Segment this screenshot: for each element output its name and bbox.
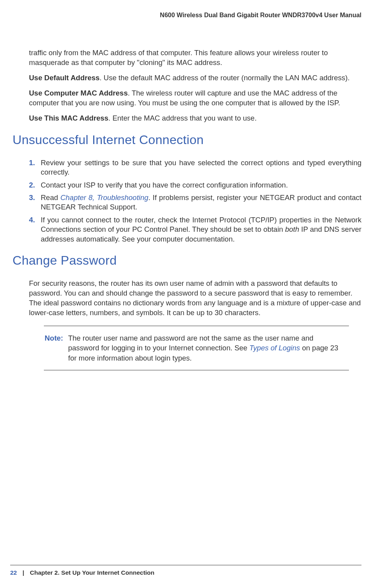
- chapter-link[interactable]: Chapter 8, Troubleshooting: [60, 193, 148, 202]
- italic-word: both: [285, 225, 299, 233]
- page-number: 22: [10, 569, 17, 576]
- list-text: Contact your ISP to verify that you have…: [41, 181, 288, 189]
- list-item: Contact your ISP to verify that you have…: [29, 180, 361, 190]
- heading-unsuccessful-connection: Unsuccessful Internet Connection: [13, 133, 361, 147]
- list-item: Read Chapter 8, Troubleshooting. If prob…: [29, 193, 361, 212]
- types-of-logins-link[interactable]: Types of Logins: [249, 344, 300, 352]
- list-text: Review your settings to be sure that you…: [41, 159, 361, 176]
- footer-separator: |: [19, 569, 28, 576]
- change-password-body: For security reasons, the router has its…: [29, 279, 361, 318]
- numbered-list: Review your settings to be sure that you…: [29, 158, 361, 244]
- note-label: Note:: [44, 333, 68, 363]
- page-content: traffic only from the MAC address of tha…: [0, 19, 383, 370]
- paragraph-use-this-mac: Use This MAC Address. Enter the MAC addr…: [29, 114, 361, 123]
- list-prefix: Read: [41, 193, 60, 202]
- chapter-label: Chapter 2. Set Up Your Internet Connecti…: [30, 569, 154, 576]
- continuation-paragraph: traffic only from the MAC address of tha…: [29, 48, 361, 68]
- note-row: Note: The router user name and password …: [44, 333, 345, 363]
- document-header: N600 Wireless Dual Band Gigabit Router W…: [0, 0, 383, 19]
- bold-label: Use Computer MAC Address: [29, 89, 128, 97]
- bold-label: Use This MAC Address: [29, 114, 108, 122]
- paragraph-use-computer-mac: Use Computer MAC Address. The wireless r…: [29, 88, 361, 108]
- page-footer: 22 | Chapter 2. Set Up Your Internet Con…: [10, 565, 361, 576]
- list-item: If you cannot connect to the router, che…: [29, 215, 361, 244]
- heading-change-password: Change Password: [13, 253, 361, 268]
- header-title: N600 Wireless Dual Band Gigabit Router W…: [160, 12, 361, 18]
- bold-label: Use Default Address: [29, 74, 99, 82]
- paragraph-use-default: Use Default Address. Use the default MAC…: [29, 73, 361, 83]
- para-text: . Enter the MAC address that you want to…: [108, 114, 257, 122]
- note-body: The router user name and password are no…: [68, 333, 345, 363]
- para-text: . Use the default MAC address of the rou…: [99, 74, 350, 82]
- list-item: Review your settings to be sure that you…: [29, 158, 361, 177]
- note-box: Note: The router user name and password …: [44, 326, 349, 371]
